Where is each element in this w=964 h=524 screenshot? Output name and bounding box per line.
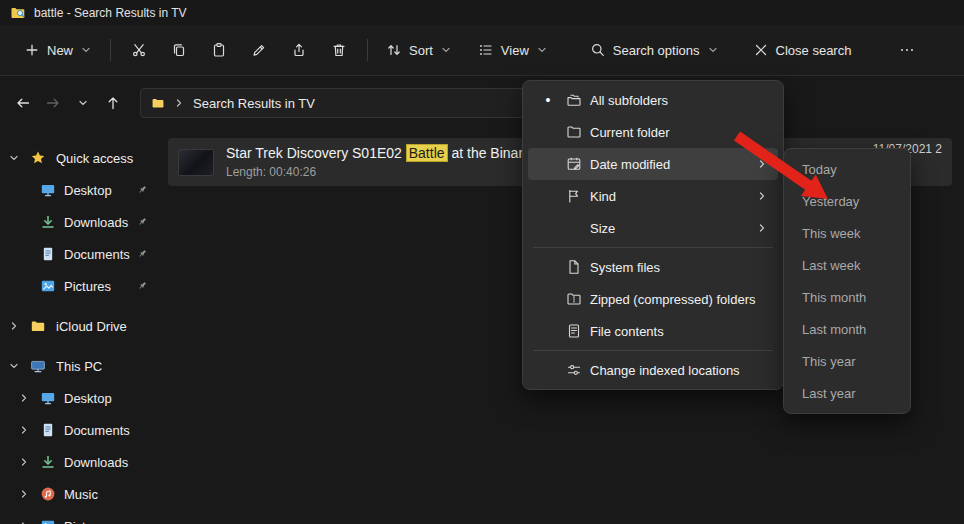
close-icon <box>753 42 769 58</box>
chevron-right-icon[interactable] <box>18 520 30 524</box>
chevron-down-icon <box>707 44 719 56</box>
sort-button-label: Sort <box>409 43 433 58</box>
sidebar-item-label: Downloads <box>64 215 128 230</box>
chevron-right-icon <box>756 190 768 202</box>
pictures-icon <box>40 278 56 294</box>
see-more-button[interactable] <box>887 33 927 67</box>
chevron-right-icon[interactable] <box>8 320 20 332</box>
chevron-right-icon[interactable] <box>18 424 30 436</box>
menu-item-current-folder[interactable]: Current folder <box>528 116 778 148</box>
search-options-label: Search options <box>613 43 700 58</box>
desktop-icon <box>40 390 56 406</box>
close-search-button[interactable]: Close search <box>743 33 862 67</box>
sidebar-item-desktop-pinned[interactable]: Desktop <box>0 174 160 206</box>
all-subfolders-icon <box>566 92 582 108</box>
recent-locations-chevron-icon <box>77 97 89 109</box>
zipped-folder-icon <box>566 291 582 307</box>
submenu-item-this-month[interactable]: This month <box>788 281 906 313</box>
chevron-down-icon <box>80 44 92 56</box>
menu-item-file-contents[interactable]: File contents <box>528 315 778 347</box>
cut-button[interactable] <box>119 33 159 67</box>
current-folder-icon <box>566 124 582 140</box>
share-button[interactable] <box>279 33 319 67</box>
file-contents-icon <box>566 323 582 339</box>
new-button-label: New <box>47 43 73 58</box>
menu-item-kind[interactable]: Kind <box>528 180 778 212</box>
paste-button[interactable] <box>199 33 239 67</box>
sidebar-item-label: Pictures <box>64 519 111 524</box>
search-options-menu: • All subfolders Current folder Date mod… <box>522 80 784 390</box>
menu-item-size[interactable]: Size <box>528 212 778 244</box>
navigation-bar: Search Results in TV <box>0 77 964 128</box>
back-button[interactable] <box>8 88 38 118</box>
rename-button[interactable] <box>239 33 279 67</box>
cut-icon <box>131 42 147 58</box>
desktop-icon <box>40 182 56 198</box>
search-options-button[interactable]: Search options <box>580 33 729 67</box>
menu-item-change-indexed-locations[interactable]: Change indexed locations <box>528 354 778 386</box>
paste-icon <box>211 42 227 58</box>
sidebar-item-quick-access[interactable]: Quick access <box>0 142 160 174</box>
sidebar-item-documents[interactable]: Documents <box>0 414 160 446</box>
pin-icon <box>136 248 148 260</box>
sidebar-item-label: Quick access <box>56 151 133 166</box>
copy-icon <box>171 42 187 58</box>
chevron-right-icon[interactable] <box>18 392 30 404</box>
sidebar-item-music[interactable]: Music <box>0 478 160 510</box>
pictures-icon <box>40 518 56 524</box>
menu-item-all-subfolders[interactable]: • All subfolders <box>528 84 778 116</box>
sidebar-item-label: Documents <box>64 247 130 262</box>
close-search-label: Close search <box>776 43 852 58</box>
menu-item-date-modified[interactable]: Date modified <box>528 148 778 180</box>
chevron-down-icon[interactable] <box>8 152 20 164</box>
file-length: Length: 00:40:26 <box>226 164 530 180</box>
delete-icon <box>331 42 347 58</box>
sidebar-item-downloads[interactable]: Downloads <box>0 446 160 478</box>
this-pc-icon <box>30 358 46 374</box>
sidebar-item-this-pc[interactable]: This PC <box>0 350 160 382</box>
submenu-item-yesterday[interactable]: Yesterday <box>788 185 906 217</box>
submenu-item-today[interactable]: Today <box>788 153 906 185</box>
up-icon <box>105 95 121 111</box>
search-term-highlight: Battle <box>406 144 448 162</box>
chevron-right-icon[interactable] <box>18 456 30 468</box>
view-button[interactable]: View <box>468 33 558 67</box>
submenu-item-last-week[interactable]: Last week <box>788 249 906 281</box>
copy-button[interactable] <box>159 33 199 67</box>
sidebar-item-downloads-pinned[interactable]: Downloads <box>0 206 160 238</box>
sidebar-item-label: Documents <box>64 423 130 438</box>
radio-selected-icon: • <box>542 92 554 108</box>
chevron-down-icon <box>536 44 548 56</box>
forward-icon <box>45 95 61 111</box>
sidebar-item-label: iCloud Drive <box>56 319 127 334</box>
new-button[interactable]: New <box>14 33 102 67</box>
sidebar-item-pictures-pinned[interactable]: Pictures <box>0 270 160 302</box>
menu-separator <box>533 350 773 351</box>
delete-button[interactable] <box>319 33 359 67</box>
submenu-item-this-year[interactable]: This year <box>788 345 906 377</box>
pin-icon <box>136 216 148 228</box>
up-button[interactable] <box>98 88 128 118</box>
submenu-item-this-week[interactable]: This week <box>788 217 906 249</box>
documents-icon <box>40 422 56 438</box>
sidebar-item-documents-pinned[interactable]: Documents <box>0 238 160 270</box>
more-icon <box>899 42 915 58</box>
chevron-down-icon <box>440 44 452 56</box>
recent-locations-button[interactable] <box>68 88 98 118</box>
sort-button[interactable]: Sort <box>376 33 462 67</box>
sidebar-item-icloud-drive[interactable]: iCloud Drive <box>0 310 160 342</box>
star-icon <box>30 150 46 166</box>
sidebar-item-pictures[interactable]: Pictures <box>0 510 160 524</box>
breadcrumb-location[interactable]: Search Results in TV <box>193 96 315 111</box>
menu-item-zipped-folders[interactable]: Zipped (compressed) folders <box>528 283 778 315</box>
chevron-right-icon[interactable] <box>18 488 30 500</box>
sidebar-item-label: Desktop <box>64 391 112 406</box>
sidebar-item-label: This PC <box>56 359 102 374</box>
menu-item-system-files[interactable]: System files <box>528 251 778 283</box>
submenu-item-last-year[interactable]: Last year <box>788 377 906 409</box>
pin-icon <box>136 184 148 196</box>
sidebar-item-desktop[interactable]: Desktop <box>0 382 160 414</box>
forward-button[interactable] <box>38 88 68 118</box>
chevron-down-icon[interactable] <box>8 360 20 372</box>
submenu-item-last-month[interactable]: Last month <box>788 313 906 345</box>
